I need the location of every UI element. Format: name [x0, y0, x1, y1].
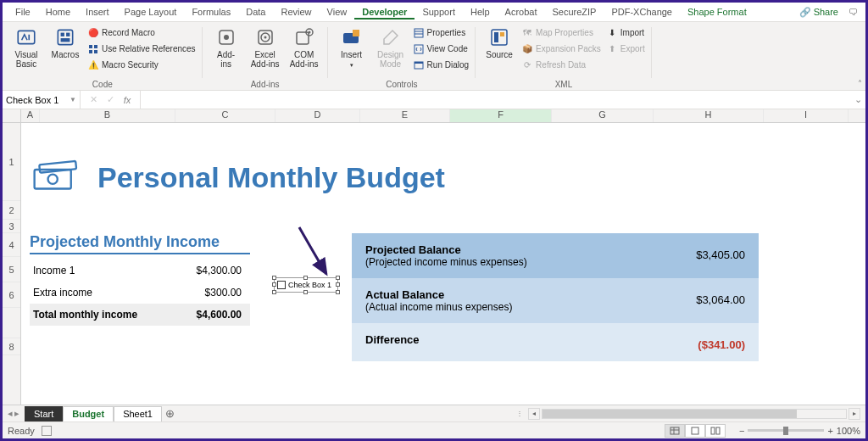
status-bar: Ready − + 100%	[3, 421, 865, 438]
map-properties-icon: 🗺	[521, 27, 533, 39]
view-code-button[interactable]: View Code	[411, 42, 470, 56]
record-macro-button[interactable]: 🔴Record Macro	[86, 25, 198, 40]
checkbox-box[interactable]	[277, 281, 286, 289]
row-2[interactable]: 2	[3, 201, 20, 220]
col-B[interactable]: B	[40, 109, 175, 122]
row-1[interactable]: 1	[3, 123, 20, 201]
expansion-icon: 📦	[521, 43, 533, 55]
import-button[interactable]: ⬇Import	[604, 25, 647, 40]
col-C[interactable]: C	[175, 109, 275, 122]
row-4[interactable]: 4	[3, 233, 20, 257]
tab-developer[interactable]: Developer	[354, 4, 415, 20]
visual-basic-button[interactable]: Visual Basic	[8, 24, 45, 69]
fx-icon[interactable]: fx	[121, 95, 133, 105]
income-total-row: Total monthly income$4,600.00	[30, 304, 250, 326]
refresh-data-button[interactable]: ⟳Refresh Data	[520, 58, 603, 72]
sheet-tab-sheet1[interactable]: Sheet1	[114, 406, 162, 422]
tab-home[interactable]: Home	[38, 4, 78, 20]
row-3[interactable]: 3	[3, 220, 20, 233]
design-mode-button[interactable]: Design Mode	[372, 24, 409, 69]
expansion-packs-button[interactable]: 📦Expansion Packs	[520, 42, 603, 56]
macros-button[interactable]: Macros	[47, 24, 84, 59]
zoom-slider[interactable]	[748, 429, 824, 432]
zoom-level[interactable]: 100%	[837, 426, 860, 436]
comments-button[interactable]: 🗨	[845, 7, 860, 17]
tab-support[interactable]: Support	[415, 4, 463, 20]
page-break-view-button[interactable]	[705, 424, 726, 438]
com-addins-button[interactable]: COM Add-ins	[286, 24, 323, 69]
tab-help[interactable]: Help	[463, 4, 498, 20]
svg-rect-3	[66, 33, 70, 36]
col-D[interactable]: D	[275, 109, 360, 122]
tab-acrobat[interactable]: Acrobat	[498, 4, 545, 20]
col-F[interactable]: F	[450, 109, 552, 122]
use-relative-refs-button[interactable]: Use Relative References	[86, 42, 198, 56]
tab-page-layout[interactable]: Page Layout	[117, 4, 185, 20]
row-8[interactable]: 8	[3, 338, 20, 355]
sheet-nav-buttons[interactable]: ◂▸	[3, 408, 25, 419]
name-box[interactable]: Check Box 1 ▼	[3, 91, 81, 109]
hscroll-right-icon[interactable]: ▸	[849, 408, 860, 420]
hscroll-left-icon[interactable]: ◂	[528, 408, 540, 420]
tab-formulas[interactable]: Formulas	[184, 4, 238, 20]
sheet-canvas[interactable]: Personal Monthly Budget Projected Monthl…	[21, 123, 865, 405]
col-G[interactable]: G	[552, 109, 654, 122]
row-6[interactable]: 6	[3, 282, 20, 308]
expand-formula-bar-icon[interactable]: ⌄	[850, 94, 865, 105]
zoom-in-button[interactable]: +	[827, 426, 832, 436]
macro-security-button[interactable]: ⚠️Macro Security	[86, 58, 198, 72]
export-button[interactable]: ⬆Export	[604, 42, 647, 56]
tab-review[interactable]: Review	[273, 4, 319, 20]
select-all-corner[interactable]	[3, 109, 21, 122]
sheet-tabs-bar: ◂▸ StartBudgetSheet1 ⊕ ⋮ ◂ ▸	[3, 405, 865, 421]
svg-rect-7	[89, 50, 92, 53]
tab-file[interactable]: File	[8, 4, 38, 20]
col-I[interactable]: I	[764, 109, 849, 122]
col-E[interactable]: E	[360, 109, 450, 122]
macro-record-status-icon[interactable]	[42, 426, 52, 436]
tab-view[interactable]: View	[320, 4, 355, 20]
col-H[interactable]: H	[654, 109, 764, 122]
svg-rect-36	[716, 427, 720, 434]
cancel-formula-icon[interactable]: ✕	[87, 94, 99, 105]
namebox-dropdown-icon[interactable]: ▼	[70, 96, 76, 103]
source-button[interactable]: Source	[481, 24, 518, 59]
tab-pdf-xchange[interactable]: PDF-XChange	[604, 4, 680, 20]
addins-button[interactable]: Add- ins	[208, 24, 245, 69]
column-headers[interactable]: ABCDEFGHI	[3, 109, 865, 123]
tab-data[interactable]: Data	[238, 4, 273, 20]
svg-point-10	[224, 35, 229, 40]
balance-block: Projected Balance(Projected income minus…	[352, 233, 759, 361]
page-layout-view-button[interactable]	[685, 424, 705, 438]
row-blank[interactable]	[3, 308, 20, 338]
visual-basic-icon	[14, 25, 38, 49]
tab-shape-format[interactable]: Shape Format	[680, 4, 754, 20]
hscroll-thumb[interactable]	[542, 410, 797, 418]
sheet-tab-start[interactable]: Start	[25, 406, 63, 422]
insert-control-button[interactable]: Insert▾	[333, 24, 370, 70]
row-5[interactable]: 5	[3, 257, 20, 282]
map-properties-button[interactable]: 🗺Map Properties	[520, 25, 603, 40]
worksheet-area: ABCDEFGHI 1234568 Personal Monthly Budge…	[3, 109, 865, 405]
col-A[interactable]: A	[21, 109, 40, 122]
properties-button[interactable]: Properties	[411, 25, 470, 40]
row-headers[interactable]: 1234568	[3, 123, 21, 405]
tab-securezip[interactable]: SecureZIP	[544, 4, 604, 20]
horizontal-scrollbar[interactable]: ⋮ ◂ ▸	[516, 408, 865, 420]
zoom-out-button[interactable]: −	[739, 426, 744, 436]
checkbox-form-control[interactable]: Check Box 1	[274, 277, 338, 293]
svg-rect-4	[61, 38, 70, 42]
share-button[interactable]: 🔗 Share	[793, 4, 845, 20]
normal-view-button[interactable]	[665, 424, 685, 438]
enter-formula-icon[interactable]: ✓	[104, 94, 116, 105]
sheet-tab-budget[interactable]: Budget	[63, 406, 114, 422]
run-dialog-button[interactable]: Run Dialog	[411, 58, 470, 72]
add-sheet-button[interactable]: ⊕	[162, 407, 177, 420]
collapse-ribbon-icon[interactable]: ˄	[858, 79, 862, 88]
group-code: Visual Basic Macros 🔴Record Macro Use Re…	[3, 22, 203, 90]
svg-rect-35	[711, 427, 715, 434]
excel-addins-button[interactable]: Excel Add-ins	[247, 24, 284, 69]
tab-insert[interactable]: Insert	[78, 4, 117, 20]
group-xml: Source 🗺Map Properties 📦Expansion Packs …	[476, 22, 652, 90]
ribbon: Visual Basic Macros 🔴Record Macro Use Re…	[3, 21, 865, 91]
